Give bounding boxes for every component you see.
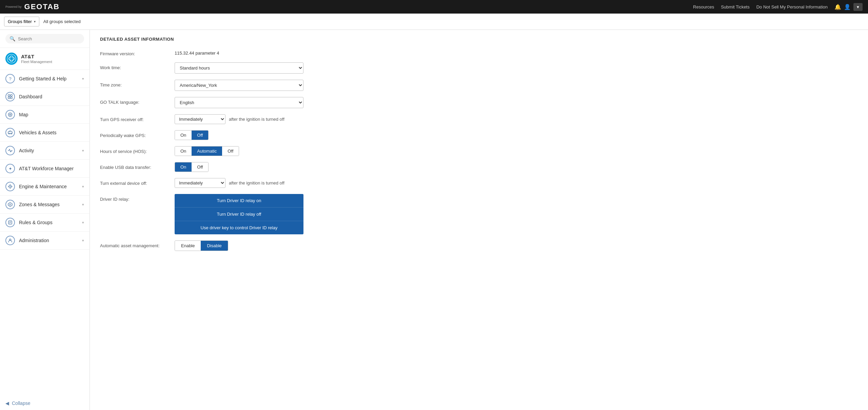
sidebar-item-administration[interactable]: Administration ▾	[0, 232, 90, 250]
nav-list: ? Getting Started & Help ▾ Dash	[0, 70, 90, 250]
ext-device-label: Turn external device off:	[100, 178, 168, 186]
vehicles-label: Vehicles & Assets	[19, 130, 57, 135]
rules-chevron: ▾	[82, 220, 84, 225]
sidebar: 🔍 AT&T Fleet Management	[0, 30, 90, 410]
gps-after-text: after the ignition is turned off	[229, 117, 284, 122]
map-icon	[5, 110, 15, 119]
geotab-brand: GEOTAB	[24, 2, 60, 11]
dashboard-label: Dashboard	[19, 94, 42, 99]
auto-asset-disable-button[interactable]: Disable	[201, 241, 228, 251]
search-input[interactable]	[18, 36, 80, 41]
sidebar-item-engine[interactable]: Engine & Maintenance ▾	[0, 178, 90, 196]
rules-label: Rules & Groups	[19, 220, 53, 225]
sidebar-brand-text: AT&T Fleet Management	[21, 54, 52, 64]
zones-chevron: ▾	[82, 202, 84, 207]
usb-toggle: On Off	[175, 162, 209, 172]
main-layout: 🔍 AT&T Fleet Management	[0, 30, 868, 410]
gps-off-select[interactable]: Immediately 1 minute 2 minutes 5 minutes	[175, 114, 225, 124]
activity-chevron: ▾	[82, 149, 84, 153]
go-talk-select[interactable]: English French Spanish	[175, 97, 303, 108]
go-talk-row: GO TALK language: English French Spanish	[100, 97, 858, 108]
getting-started-label: Getting Started & Help	[19, 76, 66, 81]
collapse-button[interactable]: ◀ Collapse	[0, 396, 90, 410]
svg-point-16	[9, 204, 11, 205]
periodic-wake-label: Periodically wake GPS:	[100, 130, 168, 138]
hos-auto-button[interactable]: Automatic	[192, 147, 222, 156]
sidebar-brand: AT&T Fleet Management	[0, 48, 90, 70]
collapse-label: Collapse	[12, 401, 30, 406]
hos-on-button[interactable]: On	[175, 147, 192, 156]
periodic-wake-off-button[interactable]: Off	[192, 131, 208, 140]
user-area: 🔔 👤 ▾	[834, 3, 863, 11]
sidebar-item-activity[interactable]: Activity ▾	[0, 142, 90, 160]
filterbar: Groups filter ▾ All groups selected	[0, 14, 868, 30]
ext-device-select[interactable]: Immediately 1 minute 2 minutes 5 minutes	[175, 178, 225, 188]
usb-on-button[interactable]: On	[175, 162, 192, 172]
svg-rect-4	[8, 95, 10, 96]
bell-icon[interactable]: 🔔	[834, 4, 841, 10]
timezone-row: Time zone: America/New_York America/Chic…	[100, 80, 858, 91]
firmware-row: Firmware version: 115.32.44 parameter 4	[100, 48, 858, 56]
driver-id-relay-box: Turn Driver ID relay on Turn Driver ID r…	[175, 194, 303, 234]
driver-id-relay-row: Driver ID relay: Turn Driver ID relay on…	[100, 194, 858, 234]
relay-option-key[interactable]: Use driver key to control Driver ID rela…	[175, 221, 303, 234]
hos-off-button[interactable]: Off	[222, 147, 239, 156]
sidebar-item-zones[interactable]: Zones & Messages ▾	[0, 196, 90, 214]
dashboard-icon	[5, 92, 15, 101]
ext-device-after-text: after the ignition is turned off	[229, 180, 284, 186]
timezone-label: Time zone:	[100, 80, 168, 87]
work-time-select[interactable]: Standard hours 24 hours Custom	[175, 62, 303, 74]
topbar-logo: Powered by GEOTAB	[5, 2, 60, 11]
sidebar-search-area: 🔍	[0, 30, 90, 48]
relay-option-on[interactable]: Turn Driver ID relay on	[175, 194, 303, 208]
groups-filter-chevron: ▾	[34, 20, 36, 23]
zones-label: Zones & Messages	[19, 202, 60, 207]
groups-filter-button[interactable]: Groups filter ▾	[4, 17, 39, 26]
sidebar-item-rules[interactable]: Rules & Groups ▾	[0, 214, 90, 232]
user-menu-button[interactable]: ▾	[853, 3, 863, 11]
att-brand-name: AT&T	[21, 54, 52, 60]
svg-rect-7	[11, 97, 12, 99]
panel-title: DETAILED ASSET INFORMATION	[100, 37, 858, 42]
work-time-row: Work time: Standard hours 24 hours Custo…	[100, 62, 858, 74]
resources-link[interactable]: Resources	[693, 4, 714, 9]
ext-device-row: Turn external device off: Immediately 1 …	[100, 178, 858, 188]
sidebar-item-map[interactable]: Map	[0, 106, 90, 124]
sidebar-item-att-workforce[interactable]: ✦ AT&T Workforce Manager	[0, 160, 90, 178]
topbar-left: Powered by GEOTAB	[5, 2, 60, 11]
usb-label: Enable USB data transfer:	[100, 162, 168, 170]
do-not-sell-link[interactable]: Do Not Sell My Personal Information	[756, 4, 828, 9]
powered-by-label: Powered by	[5, 5, 22, 8]
sidebar-item-vehicles[interactable]: Vehicles & Assets	[0, 124, 90, 142]
periodic-wake-on-button[interactable]: On	[175, 131, 192, 140]
att-logo	[5, 53, 18, 65]
rules-icon	[5, 218, 15, 227]
sidebar-item-getting-started[interactable]: ? Getting Started & Help ▾	[0, 70, 90, 88]
administration-label: Administration	[19, 238, 49, 243]
submit-tickets-link[interactable]: Submit Tickets	[721, 4, 750, 9]
auto-asset-enable-button[interactable]: Enable	[175, 241, 201, 251]
periodic-wake-toggle: On Off	[175, 130, 209, 140]
timezone-select[interactable]: America/New_York America/Chicago America…	[175, 80, 303, 91]
sidebar-search-inner: 🔍	[5, 34, 84, 43]
svg-marker-15	[8, 202, 12, 207]
hos-row: Hours of service (HOS): On Automatic Off	[100, 146, 858, 156]
relay-option-off[interactable]: Turn Driver ID relay off	[175, 208, 303, 221]
sidebar-item-dashboard[interactable]: Dashboard	[0, 88, 90, 106]
getting-started-chevron: ▾	[82, 77, 84, 81]
hos-label: Hours of service (HOS):	[100, 146, 168, 154]
collapse-arrow-icon: ◀	[5, 401, 9, 406]
zones-icon	[5, 200, 15, 209]
user-menu-chevron: ▾	[857, 4, 859, 9]
firmware-label: Firmware version:	[100, 48, 168, 56]
usb-off-button[interactable]: Off	[192, 162, 208, 172]
engine-chevron: ▾	[82, 184, 84, 189]
all-groups-text: All groups selected	[43, 19, 81, 24]
svg-rect-6	[8, 97, 10, 99]
user-icon[interactable]: 👤	[844, 4, 851, 10]
asset-panel: DETAILED ASSET INFORMATION Firmware vers…	[90, 30, 868, 410]
topbar-right: Resources Submit Tickets Do Not Sell My …	[693, 3, 863, 11]
workforce-icon: ✦	[5, 164, 15, 173]
engine-label: Engine & Maintenance	[19, 184, 67, 189]
hos-toggle: On Automatic Off	[175, 146, 239, 156]
